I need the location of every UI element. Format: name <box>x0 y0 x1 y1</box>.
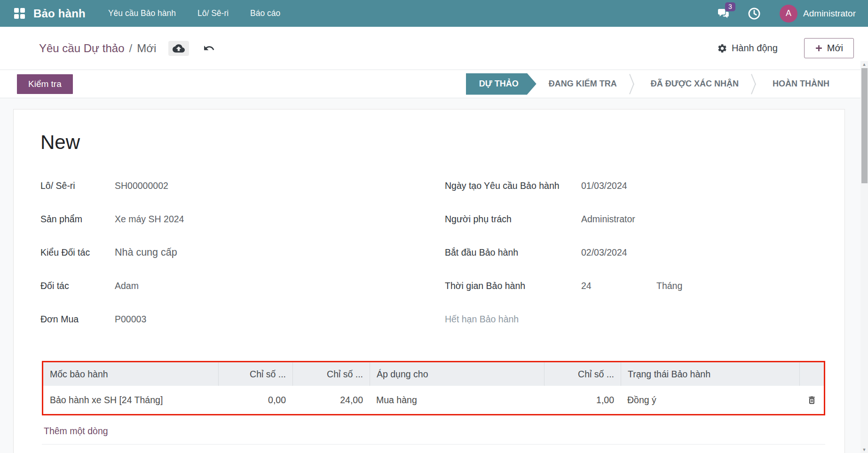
table-header-row: Mốc bảo hành Chỉ số ... Chỉ số ... Áp dụ… <box>43 362 824 386</box>
column-header-warranty-status[interactable]: Trạng thái Bảo hành <box>621 362 799 386</box>
stage-checking[interactable]: ĐANG KIỂM TRA <box>537 73 629 95</box>
scrollbar-thumb[interactable] <box>861 68 868 183</box>
field-warranty-start: Bắt đầu Bảo hành 02/03/2024 <box>445 247 823 258</box>
form-statusbar: Kiểm tra DỰ THẢO ĐANG KIỂM TRA ĐÃ ĐƯỢC X… <box>0 70 868 98</box>
scrollbar-down-arrow[interactable]: ▼ <box>860 446 868 453</box>
field-partner-type: Kiểu Đối tác Nhà cung cấp <box>40 247 417 258</box>
new-record-button[interactable]: Mới <box>804 38 854 58</box>
field-value[interactable]: SH00000002 <box>115 180 168 192</box>
check-action-button[interactable]: Kiểm tra <box>17 74 73 94</box>
field-label: Đơn Mua <box>40 313 115 325</box>
field-value[interactable]: 01/03/2024 <box>581 180 627 192</box>
stage-pipeline: DỰ THẢO ĐANG KIỂM TRA ĐÃ ĐƯỢC XÁC NHẬN H… <box>466 73 842 95</box>
add-a-line-link[interactable]: Thêm một dòng <box>44 426 108 437</box>
navbar-left: Bảo hành Yêu cầu Bảo hành Lô/ Sê-ri Báo … <box>14 7 280 20</box>
stage-done[interactable]: HOÀN THÀNH <box>760 73 842 95</box>
cell-index1[interactable]: 0,00 <box>218 386 292 414</box>
column-header-milestone[interactable]: Mốc bảo hành <box>43 362 218 386</box>
menu-item-reports[interactable]: Báo cáo <box>250 8 280 18</box>
message-count-badge: 3 <box>725 2 735 11</box>
field-value[interactable]: Administrator <box>581 213 635 225</box>
control-panel-actions: Hành động Mới <box>717 38 854 58</box>
field-label: Hết hạn Bảo hành <box>445 313 581 325</box>
gear-icon <box>717 43 727 54</box>
cell-milestone[interactable]: Bảo hành xe SH [24 Tháng] <box>43 386 218 414</box>
cell-warranty-status[interactable]: Đồng ý <box>621 386 799 414</box>
field-label: Thời gian Bảo hành <box>445 280 581 292</box>
field-label: Người phụ trách <box>445 213 581 225</box>
field-value[interactable]: Xe máy SH 2024 <box>115 213 184 225</box>
field-label: Sản phẩm <box>40 213 115 225</box>
stage-separator-chevron <box>751 73 760 95</box>
breadcrumb-parent-link[interactable]: Yêu cầu Dự thảo <box>39 42 125 55</box>
clock-icon <box>748 7 761 20</box>
breadcrumb-current: Mới <box>137 42 156 55</box>
undo-rotate-icon <box>203 42 215 54</box>
activities-button[interactable] <box>748 7 761 20</box>
vertical-scrollbar[interactable]: ▲ ▼ <box>860 61 868 453</box>
field-purchase-order: Đơn Mua P00003 <box>40 313 417 325</box>
field-label: Kiểu Đối tác <box>40 247 115 258</box>
warranty-milestones-table: Mốc bảo hành Chỉ số ... Chỉ số ... Áp dụ… <box>42 361 825 415</box>
field-partner: Đối tác Adam <box>40 280 417 292</box>
breadcrumb: Yêu cầu Dự thảo / Mới <box>39 40 218 56</box>
field-value[interactable]: 24 <box>581 280 656 292</box>
menu-item-lot-serial[interactable]: Lô/ Sê-ri <box>197 8 229 18</box>
control-panel: Yêu cầu Dự thảo / Mới <box>0 27 868 70</box>
breadcrumb-separator: / <box>129 42 133 55</box>
field-warranty-duration: Thời gian Bảo hành 24 Tháng <box>445 280 823 292</box>
field-label: Bắt đầu Bảo hành <box>445 247 581 258</box>
action-menu-label: Hành động <box>732 43 778 54</box>
field-lot-serial: Lô/ Sê-ri SH00000002 <box>40 180 417 192</box>
field-column-right: Ngày tạo Yêu cầu Bảo hành 01/03/2024 Ngư… <box>417 180 823 347</box>
save-record-button[interactable] <box>168 41 189 56</box>
navbar-menu: Yêu cầu Bảo hành Lô/ Sê-ri Báo cáo <box>108 8 280 18</box>
action-menu-button[interactable]: Hành động <box>717 43 778 54</box>
field-value[interactable]: P00003 <box>115 313 146 325</box>
table-row[interactable]: Bảo hành xe SH [24 Tháng] 0,00 24,00 Mua… <box>43 386 824 414</box>
top-navbar: Bảo hành Yêu cầu Bảo hành Lô/ Sê-ri Báo … <box>0 0 868 27</box>
navbar-right: 3 A Administrator <box>702 5 856 23</box>
column-header-index3[interactable]: Chỉ số ... <box>544 362 621 386</box>
field-product: Sản phẩm Xe máy SH 2024 <box>40 213 417 225</box>
column-header-index1[interactable]: Chỉ số ... <box>218 362 292 386</box>
cell-index2[interactable]: 24,00 <box>292 386 370 414</box>
cell-index3[interactable]: 1,00 <box>544 386 621 414</box>
user-name[interactable]: Administrator <box>803 8 856 19</box>
field-grid: Lô/ Sê-ri SH00000002 Sản phẩm Xe máy SH … <box>40 180 823 347</box>
cloud-upload-icon <box>173 43 185 54</box>
field-request-date: Ngày tạo Yêu cầu Bảo hành 01/03/2024 <box>445 180 823 192</box>
delete-row-button[interactable] <box>807 395 817 406</box>
field-label: Lô/ Sê-ri <box>40 180 115 192</box>
field-warranty-expiry: Hết hạn Bảo hành <box>445 313 823 325</box>
field-column-left: Lô/ Sê-ri SH00000002 Sản phẩm Xe máy SH … <box>40 180 417 347</box>
record-title: New <box>40 131 823 154</box>
trash-icon <box>807 395 817 406</box>
cell-applied-to[interactable]: Mua hàng <box>370 386 544 414</box>
apps-grid-icon[interactable] <box>14 8 25 19</box>
menu-item-warranty-requests[interactable]: Yêu cầu Bảo hành <box>108 8 176 18</box>
content-area: New Lô/ Sê-ri SH00000002 Sản phẩm Xe máy… <box>0 98 860 453</box>
list-bottom-border <box>42 444 825 445</box>
app-window: Bảo hành Yêu cầu Bảo hành Lô/ Sê-ri Báo … <box>0 0 868 453</box>
field-label: Ngày tạo Yêu cầu Bảo hành <box>445 180 581 192</box>
field-value[interactable]: Nhà cung cấp <box>115 247 177 258</box>
user-avatar[interactable]: A <box>780 5 797 23</box>
stage-confirmed[interactable]: ĐÃ ĐƯỢC XÁC NHẬN <box>639 73 751 95</box>
plus-icon <box>815 44 823 52</box>
form-sheet: New Lô/ Sê-ri SH00000002 Sản phẩm Xe máy… <box>13 109 845 453</box>
column-header-actions <box>799 362 824 386</box>
field-responsible: Người phụ trách Administrator <box>445 213 823 225</box>
field-unit-suffix: Tháng <box>656 280 682 292</box>
field-value[interactable]: 02/03/2024 <box>581 247 627 258</box>
field-value[interactable]: Adam <box>115 280 139 292</box>
column-header-applied-to[interactable]: Áp dụng cho <box>370 362 544 386</box>
new-record-button-label: Mới <box>827 43 843 54</box>
stage-draft[interactable]: DỰ THẢO <box>466 73 537 95</box>
field-label: Đối tác <box>40 280 115 292</box>
messages-button[interactable]: 3 <box>718 8 732 19</box>
column-header-index2[interactable]: Chỉ số ... <box>292 362 370 386</box>
app-name[interactable]: Bảo hành <box>33 7 86 20</box>
scrollbar-up-arrow[interactable]: ▲ <box>860 61 868 68</box>
discard-changes-button[interactable] <box>200 40 218 56</box>
